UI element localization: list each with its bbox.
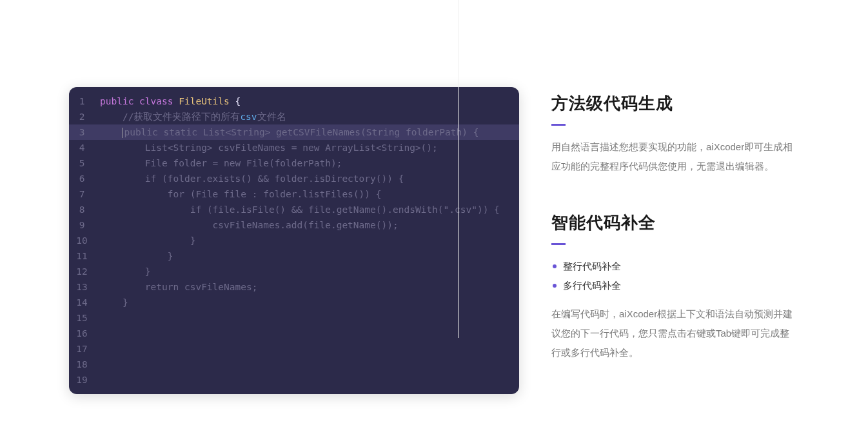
code-content: File folder = new File(folderPath); <box>95 155 342 171</box>
code-line[interactable]: 1public clvass FileUtils { <box>69 94 519 109</box>
line-number: 18 <box>69 357 95 372</box>
line-number: 3 <box>69 124 95 140</box>
code-content: } <box>95 264 151 279</box>
line-number: 14 <box>69 295 95 310</box>
line-number: 5 <box>69 155 95 171</box>
bullet-item: 多行代码补全 <box>551 276 793 295</box>
line-number: 8 <box>69 202 95 217</box>
line-number: 15 <box>69 310 95 326</box>
code-content: } <box>95 295 128 310</box>
vertical-divider <box>458 0 459 338</box>
code-line[interactable]: 13 return csvFileNames; <box>69 279 519 295</box>
code-content <box>95 372 100 388</box>
code-line[interactable]: 6 if (folder.exists() && folder.isDirect… <box>69 171 519 186</box>
line-number: 4 <box>69 140 95 155</box>
code-content: public clvass FileUtils { <box>95 94 241 109</box>
line-number: 19 <box>69 372 95 388</box>
line-number: 12 <box>69 264 95 279</box>
code-line[interactable]: 7 for (File file : folder.listFiles()) { <box>69 186 519 202</box>
code-line[interactable]: 4 List<String> csvFileNames = new ArrayL… <box>69 140 519 155</box>
code-content: csvFileNames.add(file.getName()); <box>95 217 399 233</box>
code-line[interactable]: 8 if (file.isFile() && file.getName().en… <box>69 202 519 217</box>
code-content: //获取文件夹路径下的所有csv文件名 <box>95 109 286 124</box>
code-line[interactable]: 16 <box>69 326 519 341</box>
code-content <box>95 310 100 326</box>
code-content <box>95 357 100 372</box>
code-content: for (File file : folder.listFiles()) { <box>95 186 382 202</box>
line-number: 7 <box>69 186 95 202</box>
bullet-item: 整行代码补全 <box>551 257 793 276</box>
code-line[interactable]: 10 } <box>69 233 519 248</box>
section-description: 在编写代码时，aiXcoder根据上下文和语法自动预测并建议您的下一行代码，您只… <box>551 304 793 362</box>
code-line[interactable]: 12 } <box>69 264 519 279</box>
title-underline <box>551 243 566 245</box>
code-content: if (file.isFile() && file.getName().ends… <box>95 202 500 217</box>
line-number: 11 <box>69 248 95 264</box>
line-number: 10 <box>69 233 95 248</box>
line-number: 9 <box>69 217 95 233</box>
feature-section-generation: 方法级代码生成 用自然语言描述您想要实现的功能，aiXcoder即可生成相应功能… <box>551 92 793 176</box>
bullet-list: 整行代码补全 多行代码补全 <box>551 257 793 295</box>
code-line[interactable]: 18 <box>69 357 519 372</box>
code-line[interactable]: 11 } <box>69 248 519 264</box>
title-underline <box>551 124 566 126</box>
code-content: } <box>95 248 173 264</box>
code-content <box>95 326 100 341</box>
features-panel: 方法级代码生成 用自然语言描述您想要实现的功能，aiXcoder即可生成相应功能… <box>551 87 793 398</box>
code-line[interactable]: 15 <box>69 310 519 326</box>
code-content: List<String> csvFileNames = new ArrayLis… <box>95 140 438 155</box>
code-line[interactable]: 3 public static List<String> getCSVFileN… <box>69 124 519 140</box>
code-line[interactable]: 9 csvFileNames.add(file.getName()); <box>69 217 519 233</box>
line-number: 13 <box>69 279 95 295</box>
code-line[interactable]: 17 <box>69 341 519 357</box>
code-line[interactable]: 5 File folder = new File(folderPath); <box>69 155 519 171</box>
section-title: 方法级代码生成 <box>551 92 793 115</box>
code-content <box>95 341 100 357</box>
line-number: 16 <box>69 326 95 341</box>
code-content: return csvFileNames; <box>95 279 257 295</box>
code-line[interactable]: 19 <box>69 372 519 388</box>
code-content: public static List<String> getCSVFileNam… <box>95 124 478 140</box>
code-line[interactable]: 14 } <box>69 295 519 310</box>
feature-section-completion: 智能代码补全 整行代码补全 多行代码补全 在编写代码时，aiXcoder根据上下… <box>551 212 793 362</box>
code-content: } <box>95 233 195 248</box>
code-line[interactable]: 2 //获取文件夹路径下的所有csv文件名 <box>69 109 519 124</box>
code-editor[interactable]: 1public clvass FileUtils {2 //获取文件夹路径下的所… <box>69 87 519 394</box>
line-number: 1 <box>69 94 95 109</box>
line-number: 17 <box>69 341 95 357</box>
section-title: 智能代码补全 <box>551 212 793 234</box>
line-number: 2 <box>69 109 95 124</box>
line-number: 6 <box>69 171 95 186</box>
section-description: 用自然语言描述您想要实现的功能，aiXcoder即可生成相应功能的完整程序代码供… <box>551 137 793 176</box>
code-content: if (folder.exists() && folder.isDirector… <box>95 171 404 186</box>
